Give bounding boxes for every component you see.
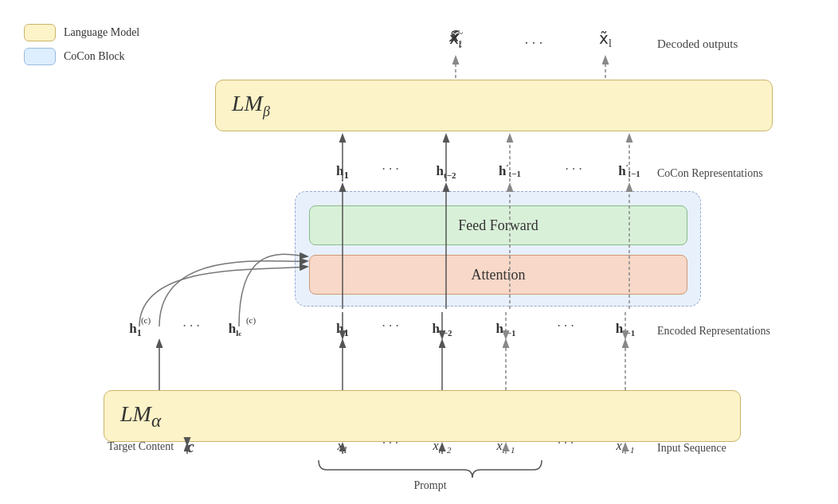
x-tilde-t-label: x̃~ (448, 27, 463, 45)
target-content-label: Target Content (108, 440, 174, 452)
xt-tilde: x̃t (449, 29, 462, 49)
h1c-super: (c) (141, 315, 151, 326)
legend-cocon-box (24, 48, 56, 65)
dots-enc1: · · · (382, 318, 398, 334)
h1-cocon: h1 (336, 163, 349, 181)
dots-left: · · · (182, 318, 199, 334)
legend-cocon-label: CoCon Block (64, 50, 125, 63)
hl1-enc: hl−1 (616, 321, 635, 338)
hlcc-super: (c) (246, 315, 256, 326)
ht1p-cocon: h′t−1 (499, 162, 521, 178)
lm-beta-label: LMβ (232, 91, 270, 120)
x-tilde-t-label2: x̃t (450, 29, 462, 50)
cocon-rep-label: CoCon Representations (657, 167, 763, 179)
curved-arrow-2 (159, 261, 307, 326)
feed-forward-box: Feed Forward (309, 205, 687, 245)
lm-beta-subscript: β (263, 104, 270, 119)
legend-lm-box (24, 24, 56, 41)
decoded-outputs-label: Decoded outputs (657, 37, 738, 50)
xl-tilde: x̃l (599, 29, 612, 49)
attention-box: Attention (309, 255, 687, 295)
prompt-brace (319, 460, 542, 478)
hlcc-label: hlc (229, 321, 242, 338)
dots-cocon2: · · · (565, 162, 582, 177)
legend-cocon-item: CoCon Block (24, 48, 139, 65)
dots-enc2: · · · (557, 318, 574, 334)
input-seq-label: Input Sequence (657, 442, 726, 454)
attention-label: Attention (472, 267, 526, 283)
lm-alpha-box: LMα (104, 390, 741, 442)
lm-beta-box: LMβ (215, 80, 773, 131)
legend-lm-label: Language Model (64, 26, 139, 39)
dots-cocon1: · · · (382, 162, 398, 177)
ht2-cocon: ht−2 (437, 163, 456, 180)
hl1p-cocon: h′l−1 (618, 162, 640, 178)
lm-alpha-label: LMα (120, 401, 161, 432)
h1-enc: h1 (336, 321, 349, 338)
enc-rep-label: Encoded Representations (657, 325, 770, 337)
feed-forward-label: Feed Forward (458, 217, 538, 234)
dots-top: · · · (525, 35, 543, 51)
ht2-enc: ht−2 (433, 321, 452, 338)
curved-arrow-1 (139, 267, 307, 326)
legend-lm-item: Language Model (24, 24, 139, 41)
h1c-label: h1 (129, 321, 141, 338)
ht1-enc: ht−1 (496, 321, 516, 338)
lm-alpha-subscript: α (151, 409, 161, 430)
legend: Language Model CoCon Block (24, 24, 139, 72)
prompt-label: Prompt (413, 479, 446, 491)
diagram-container: Language Model CoCon Block LMβ Feed Forw… (0, 0, 838, 504)
